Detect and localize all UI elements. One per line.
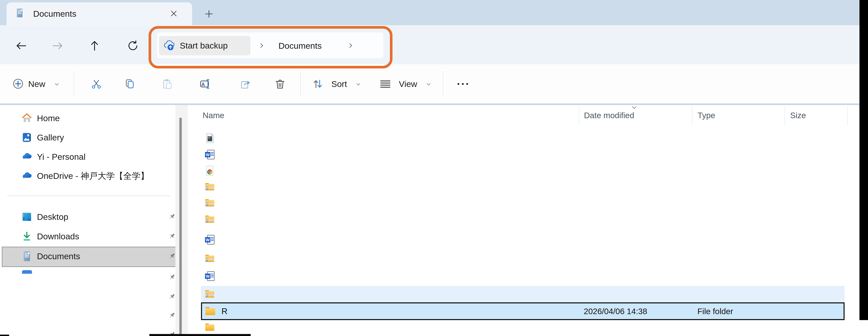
column-divider[interactable] [847, 106, 848, 125]
pin-icon[interactable] [167, 232, 176, 241]
screen-edge-black-region [860, 0, 868, 320]
sort-icon [312, 78, 323, 89]
svg-text:A: A [201, 82, 205, 87]
new-button[interactable]: New [28, 79, 45, 89]
sidebar-item-label: OneDrive - 神戸大学【全学】 [37, 170, 149, 182]
file-row[interactable]: W [201, 231, 844, 248]
sort-button[interactable]: Sort [331, 79, 347, 89]
toolbar-divider [74, 71, 74, 96]
chevron-down-icon[interactable] [426, 81, 432, 87]
breadcrumb-documents[interactable]: Documents [278, 41, 321, 51]
pin-icon[interactable] [167, 252, 176, 261]
column-header-type[interactable]: Type [698, 105, 715, 126]
file-name: R [221, 307, 227, 316]
sidebar-item-label: Gallery [37, 133, 64, 142]
forward-icon[interactable] [52, 40, 64, 52]
column-header-name[interactable]: Name [203, 105, 224, 126]
svg-text:W: W [206, 274, 210, 279]
tab-documents[interactable]: Documents [6, 2, 192, 25]
documents-icon [15, 8, 25, 20]
new-tab-icon[interactable] [203, 8, 215, 20]
sidebar-item-label: Home [37, 113, 60, 123]
breadcrumb-chevron-icon[interactable] [347, 42, 354, 49]
file-row[interactable] [201, 179, 844, 195]
file-row[interactable]: W [201, 146, 844, 163]
screen-edge-black-region [149, 334, 251, 336]
column-header-size[interactable]: Size [790, 105, 806, 126]
folder-icon [205, 322, 215, 333]
cut-icon[interactable] [91, 78, 102, 89]
back-icon[interactable] [15, 40, 27, 52]
copy-icon[interactable] [124, 78, 135, 89]
file-row-selected[interactable]: R 2026/04/06 14:38 File folder [201, 302, 844, 320]
zip-folder-icon [205, 198, 215, 208]
chrome-html-icon [205, 166, 215, 176]
rename-icon[interactable]: A [199, 78, 211, 89]
sidebar-item-label: Desktop [37, 212, 68, 222]
column-header-date-modified[interactable]: Date modified [584, 105, 634, 126]
svg-text:W: W [206, 237, 210, 242]
pin-icon[interactable] [167, 292, 176, 302]
sidebar-item-gallery[interactable]: Gallery [0, 128, 175, 147]
sidebar-divider [7, 196, 170, 196]
up-icon[interactable] [89, 40, 100, 52]
file-row[interactable] [201, 250, 844, 267]
onedrive-icon [22, 171, 32, 181]
navigation-pane: Home Gallery Yi - Personal OneDrive - 神戸… [0, 105, 189, 336]
file-date-modified: 2026/04/06 14:38 [584, 307, 647, 316]
view-icon [380, 78, 391, 89]
paste-icon[interactable] [162, 78, 173, 89]
partial-hidden-icon [22, 270, 32, 274]
svg-text:W: W [206, 152, 210, 157]
sidebar-item-home[interactable]: Home [0, 109, 175, 128]
column-divider[interactable] [784, 106, 785, 125]
file-row[interactable] [201, 322, 844, 336]
view-button[interactable]: View [399, 79, 417, 89]
delete-icon[interactable] [275, 78, 286, 89]
column-divider[interactable] [692, 106, 692, 125]
start-backup-button[interactable]: Start backup [159, 36, 250, 55]
chevron-down-icon[interactable] [355, 81, 362, 87]
onedrive-icon [22, 151, 32, 162]
sidebar-item-onedrive-kobe[interactable]: OneDrive - 神戸大学【全学】 [0, 167, 175, 186]
sidebar-item-label: Documents [37, 251, 80, 261]
new-item-icon[interactable] [12, 78, 24, 89]
pin-icon[interactable] [167, 213, 176, 222]
downloads-icon [22, 231, 32, 242]
file-row[interactable] [201, 163, 844, 179]
close-icon[interactable] [168, 7, 180, 20]
sidebar-item-yi-personal[interactable]: Yi - Personal [0, 147, 175, 166]
folder-icon [205, 306, 216, 317]
chevron-down-icon[interactable] [54, 81, 60, 87]
file-row[interactable] [201, 211, 844, 228]
word-doc-icon: W [205, 271, 215, 281]
toolbar-separator [0, 104, 860, 105]
tab-title: Documents [33, 9, 76, 19]
refresh-icon[interactable] [127, 40, 139, 52]
sidebar-item-desktop[interactable]: Desktop [0, 207, 175, 226]
sidebar-scrollbar-thumb[interactable] [179, 118, 182, 336]
file-row[interactable] [201, 130, 844, 146]
pin-icon[interactable] [167, 311, 176, 320]
toolbar-divider [443, 71, 443, 96]
zip-folder-icon [205, 253, 215, 264]
documents-icon [22, 251, 32, 261]
start-backup-label: Start backup [180, 41, 228, 51]
pin-icon[interactable] [167, 273, 176, 282]
file-row-hovered[interactable] [201, 286, 844, 302]
sidebar-item-documents[interactable]: Documents [0, 247, 175, 266]
word-doc-icon: W [205, 234, 215, 245]
share-icon[interactable] [240, 78, 251, 89]
column-divider[interactable] [579, 106, 579, 125]
desktop-icon [22, 212, 32, 222]
sidebar-item-downloads[interactable]: Downloads [0, 227, 175, 246]
word-doc-icon: W [205, 149, 215, 160]
file-row[interactable] [201, 195, 844, 211]
more-icon[interactable] [456, 80, 470, 87]
file-row[interactable]: W [201, 268, 844, 284]
zip-folder-icon [205, 289, 215, 299]
home-icon [22, 113, 32, 123]
zip-folder-icon [205, 182, 215, 192]
file-explorer-window: Documents Start backup Documents [0, 0, 868, 336]
breadcrumb-chevron-icon [258, 42, 265, 49]
